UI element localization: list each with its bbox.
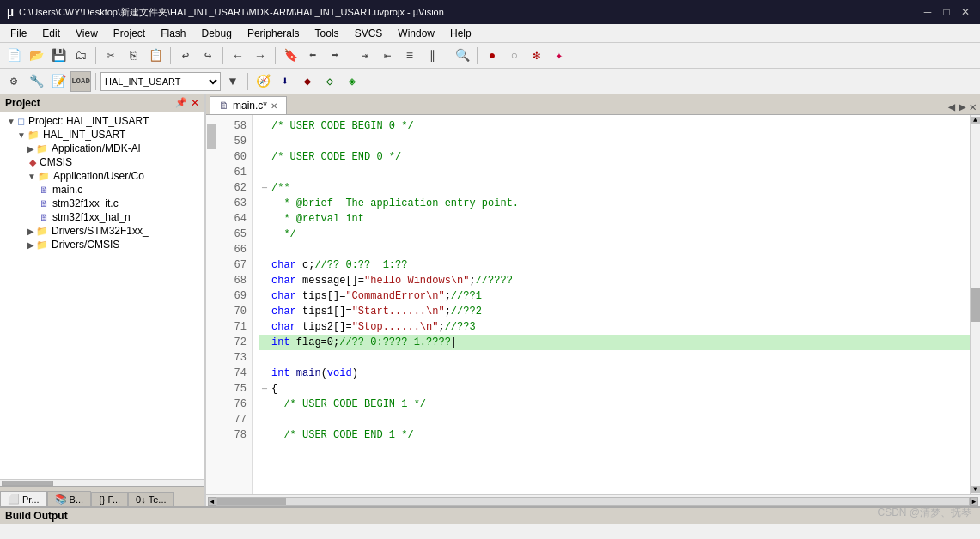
fold-74[interactable] <box>259 367 270 380</box>
fold-78[interactable] <box>259 429 270 442</box>
minimize-button[interactable]: ─ <box>920 4 935 20</box>
tree-item-cmsis[interactable]: ◆ CMSIS <box>0 155 204 169</box>
tab-scroll-right[interactable]: ▶ <box>959 100 965 114</box>
fold-66[interactable] <box>259 244 270 257</box>
tree-item-main-c[interactable]: 🗎 main.c <box>0 183 204 197</box>
vscroll-down-arrow[interactable]: ▼ <box>971 486 980 493</box>
menu-item-peripherals[interactable]: Peripherals <box>240 26 307 41</box>
fold-58[interactable] <box>259 120 270 133</box>
tree-item-stm32-it[interactable]: 🗎 stm32f1xx_it.c <box>0 197 204 210</box>
menu-item-tools[interactable]: Tools <box>308 26 346 41</box>
target-dropdown-button[interactable]: ▼ <box>222 71 243 92</box>
save-button[interactable]: 💾 <box>48 45 69 66</box>
menu-item-svcs[interactable]: SVCS <box>348 26 390 41</box>
project-settings-button[interactable]: ⚙ <box>3 71 24 92</box>
prev-bookmark-button[interactable]: ⬅ <box>302 45 323 66</box>
hscroll-right-arrow[interactable]: ► <box>970 497 978 506</box>
project-tab-functions[interactable]: {} F... <box>91 492 128 506</box>
maximize-button[interactable]: □ <box>939 4 954 20</box>
pin-icon[interactable]: 📌 <box>175 97 187 109</box>
new-file-button[interactable]: 📄 <box>3 45 24 66</box>
stop-build-button[interactable]: ○ <box>504 45 525 66</box>
template-button[interactable]: 📝 <box>48 71 69 92</box>
nav-back-button[interactable]: ← <box>228 45 248 66</box>
fold-68[interactable] <box>259 275 270 288</box>
menu-item-project[interactable]: Project <box>107 26 152 41</box>
menu-item-window[interactable]: Window <box>391 26 441 41</box>
fold-70[interactable] <box>259 306 270 318</box>
flash-download-button[interactable]: ⬇ <box>275 71 295 92</box>
fold-75[interactable]: ─ <box>259 383 270 396</box>
fold-61[interactable] <box>259 167 270 179</box>
hscroll-thumb[interactable] <box>217 498 286 505</box>
fold-65[interactable] <box>259 228 270 241</box>
copy-button[interactable]: ⎘ <box>123 45 143 66</box>
unindent-button[interactable]: ⇤ <box>377 45 398 66</box>
fold-69[interactable] <box>259 290 270 303</box>
fold-76[interactable] <box>259 398 270 411</box>
code-content[interactable]: /* USER CODE BEGIN 0 */ /* USER CODE END… <box>253 115 970 494</box>
fold-59[interactable] <box>259 136 270 148</box>
project-tab-books[interactable]: 📚 B... <box>47 491 92 506</box>
editor-tab-main-c[interactable]: 🗎 main.c* ✕ <box>210 96 287 114</box>
debug-button[interactable]: ✦ <box>549 45 569 66</box>
build-all-button[interactable]: ● <box>482 45 502 66</box>
code-line-72: int flag=0;//?? 0:???? 1.????| <box>259 335 970 350</box>
tree-item-app-user[interactable]: ▼ 📁 Application/User/Co <box>0 169 204 183</box>
indent-button[interactable]: ⇥ <box>355 45 375 66</box>
flash-verify-button[interactable]: ◈ <box>342 71 362 92</box>
hscroll-left-arrow[interactable]: ◄ <box>208 497 216 506</box>
next-bookmark-button[interactable]: ➡ <box>325 45 345 66</box>
target-select[interactable]: HAL_INT_USART <box>100 72 221 91</box>
flash-erase-button[interactable]: ◆ <box>297 71 318 92</box>
project-tab-templates[interactable]: 0↓ Te... <box>128 492 173 506</box>
tree-item-stm32-hal[interactable]: 🗎 stm32f1xx_hal_n <box>0 210 204 224</box>
menu-item-view[interactable]: View <box>69 26 105 41</box>
cut-button[interactable]: ✂ <box>100 45 121 66</box>
fold-71[interactable] <box>259 321 270 334</box>
hscroll-track[interactable] <box>216 497 970 506</box>
format-button[interactable]: ≡ <box>399 45 420 66</box>
vscroll-up-arrow[interactable]: ▲ <box>971 117 980 124</box>
bookmark-button[interactable]: 🔖 <box>280 45 301 66</box>
menu-item-edit[interactable]: Edit <box>35 26 67 41</box>
tree-item-drivers-stm32[interactable]: ▶ 📁 Drivers/STM32F1xx_ <box>0 224 204 238</box>
find-button[interactable]: 🔍 <box>452 45 472 66</box>
menu-item-debug[interactable]: Debug <box>195 26 239 41</box>
target-options-button[interactable]: 🔧 <box>26 71 46 92</box>
tree-item-hal-int-usart[interactable]: ▼ 📁 HAL_INT_USART <box>0 128 204 142</box>
fold-73[interactable] <box>259 352 270 365</box>
fold-77[interactable] <box>259 414 270 427</box>
vscroll-thumb-right[interactable] <box>971 288 980 322</box>
close-button[interactable]: ✕ <box>958 4 973 20</box>
fold-60[interactable] <box>259 151 270 164</box>
fold-62[interactable]: ─ <box>259 182 270 195</box>
tree-item-app-mdk[interactable]: ▶ 📁 Application/MDK-Al <box>0 142 204 155</box>
paste-button[interactable]: 📋 <box>145 45 166 66</box>
vscroll-thumb[interactable] <box>207 124 216 149</box>
fold-67[interactable] <box>259 259 270 272</box>
project-panel-close-icon[interactable]: ✕ <box>191 97 199 109</box>
close-all-tabs[interactable]: ✕ <box>970 100 977 114</box>
tab-close-button[interactable]: ✕ <box>271 101 277 111</box>
fold-72[interactable] <box>259 336 270 349</box>
wizard-button[interactable]: 🧭 <box>253 71 273 92</box>
open-file-button[interactable]: 📂 <box>26 45 46 66</box>
tree-item-drivers-cmsis[interactable]: ▶ 📁 Drivers/CMSIS <box>0 238 204 251</box>
flash-program-button[interactable]: ◇ <box>320 71 340 92</box>
fold-64[interactable] <box>259 213 270 226</box>
tab-scroll-left[interactable]: ◀ <box>948 100 955 114</box>
comment-button[interactable]: ∥ <box>422 45 442 66</box>
undo-button[interactable]: ↩ <box>175 45 196 66</box>
menu-item-file[interactable]: File <box>3 26 33 41</box>
save-all-button[interactable]: 🗂 <box>70 45 91 66</box>
menu-item-help[interactable]: Help <box>443 26 478 41</box>
tree-item-project-root[interactable]: ▼ ◻ Project: HAL_INT_USART <box>0 114 204 128</box>
project-tab-project[interactable]: ⬜ Pr... <box>0 491 47 506</box>
fold-63[interactable] <box>259 197 270 210</box>
load-button[interactable]: LOAD <box>70 71 91 92</box>
menu-item-flash[interactable]: Flash <box>154 26 192 41</box>
run-button[interactable]: ❇ <box>527 45 547 66</box>
redo-button[interactable]: ↪ <box>198 45 218 66</box>
nav-fwd-button[interactable]: → <box>250 45 271 66</box>
